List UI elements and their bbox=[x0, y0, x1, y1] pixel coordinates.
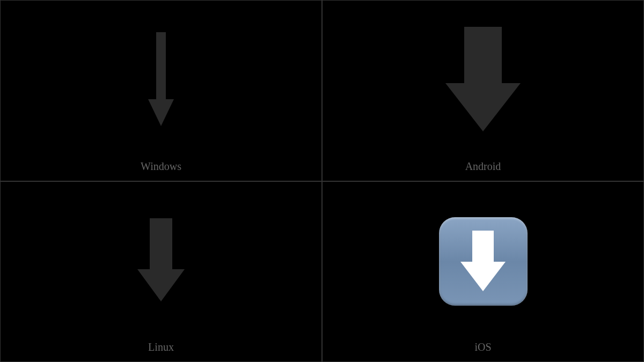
android-label: Android bbox=[465, 160, 501, 181]
down-arrow-icon bbox=[439, 217, 528, 306]
linux-label: Linux bbox=[148, 341, 174, 361]
ios-label: iOS bbox=[474, 341, 491, 361]
android-cell: Android bbox=[322, 0, 644, 181]
down-arrow-icon bbox=[445, 27, 521, 134]
down-arrow-icon bbox=[140, 218, 182, 304]
ios-icon-area bbox=[323, 182, 643, 342]
windows-label: Windows bbox=[141, 160, 181, 181]
android-icon-area bbox=[323, 1, 643, 160]
linux-cell: Linux bbox=[0, 181, 322, 363]
windows-icon-area bbox=[1, 1, 321, 160]
windows-cell: Windows bbox=[0, 0, 322, 181]
linux-icon-area bbox=[1, 182, 321, 342]
ios-cell: iOS bbox=[322, 181, 644, 363]
down-arrow-icon bbox=[153, 32, 169, 129]
